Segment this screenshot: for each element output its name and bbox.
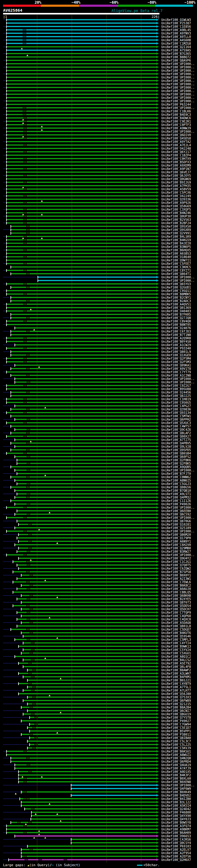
hit-row[interactable]: UniRef100_Q65YU3 [0, 282, 197, 286]
hit-label[interactable]: UniRef100_Q4Y0J3 [161, 817, 191, 821]
hit-bar[interactable] [15, 490, 156, 491]
hit-row[interactable]: UniRef100_A9QQB5 [0, 465, 197, 469]
hit-row[interactable]: UniRef100_Q56J80 [0, 692, 197, 695]
hit-label[interactable]: UniRef100_A0D1X5 [161, 770, 191, 773]
hit-label[interactable]: UniRef100_A5DAQ8 [161, 621, 191, 624]
hit-bar[interactable] [23, 636, 156, 637]
hit-label[interactable]: UniRef100_P46800 [161, 811, 191, 814]
hit-bar[interactable] [21, 652, 156, 654]
hit-bar[interactable] [19, 662, 156, 664]
hit-label[interactable]: UniRef100_UPI000.. [161, 377, 195, 380]
hit-label[interactable]: UniRef100_Q09KA1 [161, 364, 191, 367]
hit-row[interactable]: UniRef100_Q59S46 [0, 634, 197, 638]
hit-row[interactable]: UniRef100_Q2GUD1 [0, 286, 197, 289]
hit-bar[interactable] [19, 778, 156, 779]
hit-bar[interactable] [13, 605, 156, 606]
hit-bar[interactable] [6, 137, 156, 139]
hit-row[interactable]: UniRef100_Q4SDS8 [0, 137, 197, 140]
hit-bar[interactable] [6, 832, 156, 833]
hit-row[interactable]: UniRef100_A9YTA2 [0, 140, 197, 144]
hit-label[interactable]: UniRef100_C9SQ11 [161, 289, 191, 292]
hit-row[interactable]: UniRef100_B6KSU1 [0, 750, 197, 753]
hit-row[interactable]: UniRef100_A9P1N7 [0, 167, 197, 170]
hit-row[interactable]: UniRef100_Q1WLW3 [0, 18, 197, 22]
hit-bar[interactable] [19, 646, 156, 647]
hit-bar[interactable] [6, 358, 156, 359]
hit-bar[interactable] [6, 202, 156, 203]
hit-bar[interactable] [6, 517, 156, 518]
hit-row[interactable]: UniRef100_A0AUJ0 [0, 587, 197, 591]
hit-bar[interactable] [23, 676, 156, 677]
hit-label[interactable]: UniRef100_B6KSU1 [161, 750, 191, 753]
hit-row[interactable]: UniRef100_B8NT05 [0, 323, 197, 327]
hit-label[interactable]: UniRef100_A9NWJ9 [161, 127, 191, 130]
hit-bar[interactable] [6, 134, 156, 135]
hit-label[interactable]: UniRef100_B4KG59 [161, 238, 191, 242]
hit-bar[interactable] [15, 344, 156, 345]
hit-row[interactable]: UniRef100_P38011 [0, 733, 197, 736]
hit-row[interactable]: UniRef100_Q8J225 [0, 394, 197, 398]
hit-label[interactable]: UniRef100_A3LWH7 [161, 672, 191, 675]
hit-row[interactable]: UniRef100_B0X0Y1 [0, 574, 197, 577]
hit-label[interactable]: UniRef100_B2VS63 [161, 218, 191, 221]
hit-row[interactable]: UniRef100_C4YTI4 [0, 641, 197, 645]
hit-label[interactable]: UniRef100_A9P926 [161, 201, 191, 205]
hit-bar[interactable] [19, 548, 156, 549]
hit-label[interactable]: UniRef100_A7TSL1 [161, 685, 191, 689]
hit-label[interactable]: UniRef100_A7E2L4 [161, 144, 191, 147]
hit-label[interactable]: UniRef100_C8BLQ5 [161, 591, 191, 594]
hit-label[interactable]: UniRef100_B4JEI0 [161, 242, 191, 245]
hit-bar[interactable] [6, 127, 156, 129]
hit-bar[interactable] [6, 145, 156, 146]
hit-bar[interactable] [17, 473, 156, 474]
hit-bar[interactable] [6, 87, 156, 88]
hit-bar[interactable] [6, 33, 156, 34]
hit-row[interactable]: UniRef100_Q6DIV0 [0, 133, 197, 137]
hit-bar[interactable] [15, 503, 156, 505]
hit-label[interactable]: UniRef100_C1C2G1 [161, 560, 191, 563]
hit-label[interactable]: UniRef100_Q4UA19 [161, 763, 191, 767]
hit-bar[interactable] [6, 320, 156, 322]
hit-label[interactable]: UniRef100_B0XL60 [161, 777, 191, 780]
hit-bar[interactable] [6, 195, 156, 196]
hit-label[interactable]: UniRef100_B7SP58 [161, 570, 191, 574]
hit-bar[interactable] [6, 117, 156, 119]
hit-row[interactable]: UniRef100_A1CIN8 [0, 374, 197, 377]
hit-bar[interactable] [27, 696, 156, 698]
hit-label[interactable]: UniRef100_B8AWF2 [161, 669, 191, 672]
hit-bar[interactable] [6, 324, 156, 325]
hit-bar[interactable] [6, 39, 156, 41]
hit-bar[interactable] [11, 375, 156, 376]
hit-label[interactable]: UniRef100_A9BKM7 [161, 828, 191, 831]
hit-row[interactable]: UniRef100_P25387 [0, 22, 197, 25]
hit-row[interactable]: UniRef100_A6N9Y1 [0, 540, 197, 543]
hit-row[interactable]: UniRef100_Q9C4Z6 [0, 428, 197, 431]
hit-bar[interactable] [31, 812, 156, 813]
hit-row[interactable]: UniRef100_B4LSR9 [0, 235, 197, 238]
hit-bar[interactable] [15, 470, 156, 471]
hit-bar[interactable] [6, 412, 156, 413]
hit-label[interactable]: UniRef100_P25387 [161, 22, 191, 25]
hit-row[interactable]: UniRef100_UPI000.. [0, 380, 197, 384]
hit-row[interactable]: UniRef100_A8Q1C2 [0, 655, 197, 658]
hit-row[interactable]: UniRef100_Q4Y0J3 [0, 817, 197, 821]
hit-label[interactable]: UniRef100_UPI000.. [161, 76, 195, 79]
hit-bar[interactable] [21, 720, 156, 721]
hit-row[interactable]: UniRef100_P93340 [0, 347, 197, 350]
hit-row[interactable]: UniRef100_Q179P0 [0, 536, 197, 540]
hit-label[interactable]: UniRef100_C0PTF3 [161, 123, 191, 127]
hit-row[interactable]: UniRef100_A2I3W1 [0, 577, 197, 581]
hit-label[interactable]: UniRef100_Q5XUC3 [161, 421, 191, 425]
hit-bar[interactable] [21, 734, 156, 735]
hit-bar[interactable] [6, 751, 156, 752]
hit-bar[interactable] [6, 307, 156, 308]
hit-row[interactable]: UniRef100_UPI000.. [0, 69, 197, 72]
hit-row[interactable]: UniRef100_A7PH35 [0, 184, 197, 188]
hit-bar[interactable] [6, 141, 156, 142]
hit-bar[interactable] [15, 514, 156, 515]
hit-bar[interactable] [11, 426, 156, 427]
hit-row[interactable]: UniRef100_Q4PBV5 [0, 441, 197, 445]
hit-bar[interactable] [11, 476, 156, 477]
hit-label[interactable]: UniRef100_Q4SDS8 [161, 137, 191, 140]
hit-label[interactable]: UniRef100_B7FJT0 [161, 472, 191, 475]
